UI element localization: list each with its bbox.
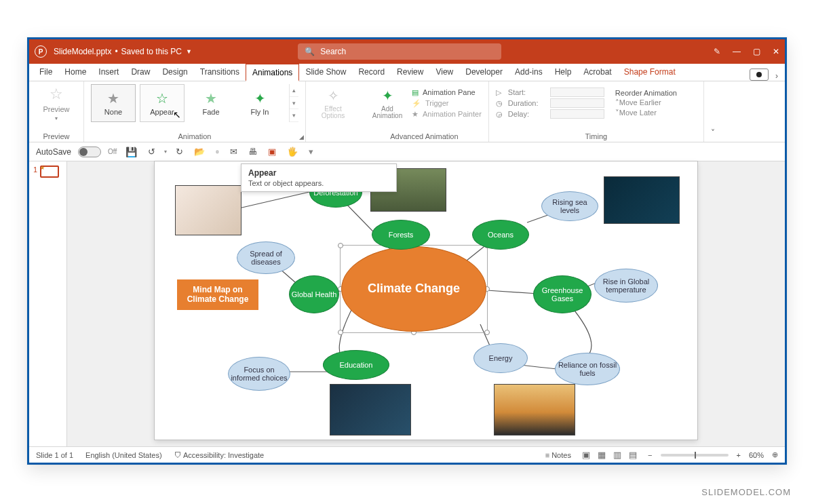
tab-record[interactable]: Record <box>352 63 391 81</box>
delay-field[interactable] <box>550 109 604 119</box>
tab-addins[interactable]: Add-ins <box>509 63 549 81</box>
anim-fade[interactable]: ★ Fade <box>189 84 233 122</box>
slide-counter[interactable]: Slide 1 of 1 <box>36 451 73 459</box>
pen-icon[interactable]: ✎ <box>714 47 720 56</box>
node-rise-temp[interactable]: Rise in Global temperature <box>594 269 658 303</box>
preview-button[interactable]: ☆ Preview ▾ <box>36 84 77 122</box>
accessibility-icon: ⛉ <box>174 451 182 459</box>
star-icon: ✧ <box>328 88 339 104</box>
tab-file[interactable]: File <box>33 63 58 81</box>
overflow-icon[interactable]: › <box>773 71 781 81</box>
image-ocean[interactable] <box>604 176 680 224</box>
image-factory[interactable] <box>494 384 575 435</box>
image-hands[interactable] <box>175 185 241 235</box>
clock-icon: ◷ <box>496 99 504 108</box>
node-focus-choices[interactable]: Focus on informed choices <box>228 357 290 391</box>
group-preview: ☆ Preview ▾ Preview <box>29 81 84 142</box>
notes-button[interactable]: ≡ Notes <box>545 451 571 459</box>
tab-review[interactable]: Review <box>391 63 429 81</box>
tab-view[interactable]: View <box>429 63 459 81</box>
new-icon[interactable]: ▫ <box>214 147 221 157</box>
clock-icon: ◶ <box>496 110 504 119</box>
node-spread-diseases[interactable]: Spread of diseases <box>237 241 295 274</box>
node-reliance[interactable]: Reliance on fossil fuels <box>555 353 620 385</box>
node-greenhouse[interactable]: Greenhouse Gases <box>533 275 592 313</box>
node-energy[interactable]: Energy <box>473 343 528 373</box>
tab-shape-format[interactable]: Shape Format <box>618 63 682 81</box>
quickprint-icon[interactable]: 🖶 <box>246 147 259 157</box>
reading-view-icon[interactable]: ▥ <box>610 450 624 460</box>
duration-field[interactable] <box>550 98 604 108</box>
anim-appear[interactable]: ☆ Appear ↖ <box>140 84 185 122</box>
tab-home[interactable]: Home <box>58 63 92 81</box>
group-animation: ★ None ☆ Appear ↖ ★ Fade ✦ Fly In ▴▾▾ <box>84 81 306 142</box>
reorder-title: Reorder Animation <box>615 89 697 97</box>
tab-draw[interactable]: Draw <box>125 63 156 81</box>
language-status[interactable]: English (United States) <box>85 451 162 459</box>
slide[interactable]: Mind Map on Climate Change ⟳ Climate Cha… <box>155 161 697 440</box>
effect-options-button[interactable]: ✧ Effect Options <box>313 84 353 122</box>
svg-line-8 <box>487 290 538 294</box>
collapse-ribbon-button[interactable]: ˅ <box>704 81 722 142</box>
tab-transitions[interactable]: Transitions <box>194 63 246 81</box>
titlebox[interactable]: Mind Map on Climate Change <box>177 279 258 310</box>
star-icon: ✦ <box>254 90 266 106</box>
animation-gallery[interactable]: ★ None ☆ Appear ↖ ★ Fade ✦ Fly In ▴▾▾ <box>91 84 298 122</box>
touch-mode-icon[interactable]: 🖐 <box>285 147 300 157</box>
start-field[interactable] <box>550 88 604 97</box>
zoom-in-button[interactable]: + <box>737 451 741 459</box>
tab-insert[interactable]: Insert <box>92 63 125 81</box>
tab-animations[interactable]: Animations <box>246 64 299 81</box>
qat-more-icon[interactable]: ▾ <box>307 147 315 157</box>
zoom-out-button[interactable]: − <box>648 451 652 459</box>
tab-help[interactable]: Help <box>549 63 578 81</box>
minimize-button[interactable]: ― <box>733 47 741 56</box>
undo-icon[interactable]: ↺ <box>146 147 157 157</box>
move-earlier-button[interactable]: ˄Move Earlier <box>615 98 697 107</box>
thumbnail-1[interactable]: 1 <box>29 166 66 178</box>
save-state[interactable]: Saved to this PC <box>121 47 182 56</box>
star-icon: ☆ <box>50 85 63 103</box>
node-global-health[interactable]: Global Health <box>289 275 339 313</box>
tooltip: Appear Text or object appears. <box>241 163 397 192</box>
fit-to-window-icon[interactable]: ⊕ <box>772 450 778 459</box>
tab-developer[interactable]: Developer <box>459 63 509 81</box>
animation-pane-button[interactable]: ▤Animation Pane <box>412 88 482 97</box>
dialog-launcher-icon[interactable]: ◢ <box>299 134 304 140</box>
node-forests[interactable]: Forests <box>372 220 430 250</box>
tab-slideshow[interactable]: Slide Show <box>299 63 352 81</box>
tab-acrobat[interactable]: Acrobat <box>577 63 617 81</box>
image-education[interactable] <box>330 384 411 435</box>
normal-view-icon[interactable]: ▣ <box>579 450 593 460</box>
open-icon[interactable]: 📂 <box>192 147 207 157</box>
move-later-button[interactable]: ˅Move Later <box>615 109 697 117</box>
chevron-down-icon[interactable]: ▼ <box>186 48 192 55</box>
node-education[interactable]: Education <box>323 350 389 380</box>
animation-painter-button[interactable]: ★Animation Painter <box>412 110 482 119</box>
gallery-scroller[interactable]: ▴▾▾ <box>289 84 298 122</box>
tab-design[interactable]: Design <box>156 63 193 81</box>
trigger-button[interactable]: ⚡Trigger <box>412 99 482 108</box>
slideshow-view-icon[interactable]: ▤ <box>626 450 640 460</box>
zoom-slider[interactable] <box>661 454 729 457</box>
redo-icon[interactable]: ↻ <box>174 147 185 157</box>
node-center[interactable]: Climate Change <box>341 246 486 332</box>
node-rising-sea[interactable]: Rising sea levels <box>541 191 598 221</box>
node-oceans[interactable]: Oceans <box>472 220 529 250</box>
anim-none[interactable]: ★ None <box>91 84 136 122</box>
anim-flyin[interactable]: ✦ Fly In <box>237 84 282 122</box>
mail-icon[interactable]: ✉ <box>228 147 239 157</box>
start-show-icon[interactable]: ▣ <box>266 147 278 157</box>
close-button[interactable]: ✕ <box>773 47 779 56</box>
sorter-view-icon[interactable]: ▦ <box>595 450 608 460</box>
save-icon[interactable]: 💾 <box>123 147 139 157</box>
autosave-toggle[interactable] <box>78 147 101 157</box>
search-input[interactable]: 🔍 Search <box>298 43 501 60</box>
camera-record-button[interactable] <box>750 69 769 81</box>
add-animation-button[interactable]: ✦ Add Animation <box>367 84 408 122</box>
maximize-button[interactable]: ▢ <box>753 47 760 56</box>
accessibility-status[interactable]: ⛉ Accessibility: Investigate <box>174 451 265 459</box>
zoom-value[interactable]: 60% <box>749 451 764 459</box>
slide-thumbnails[interactable]: 1 <box>29 161 67 446</box>
view-buttons: ▣ ▦ ▥ ▤ <box>579 450 640 460</box>
